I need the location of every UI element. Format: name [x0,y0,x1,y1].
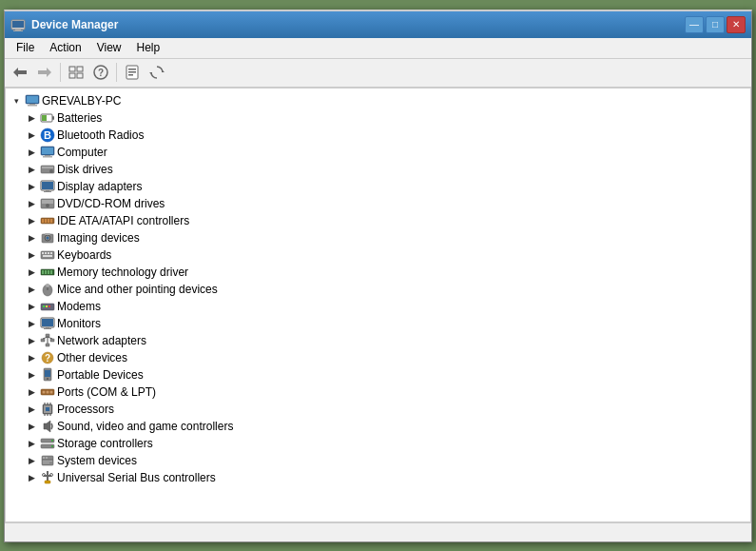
computer-icon [40,145,55,160]
svg-rect-26 [42,115,47,121]
close-button[interactable]: ✕ [727,16,746,33]
root-expand-arrow[interactable]: ▾ [10,94,23,108]
expand-arrow-disk[interactable]: ▶ [25,163,38,176]
expand-arrow-monitor[interactable]: ▶ [25,317,38,330]
window-title: Device Manager [31,18,118,31]
dvd-icon [40,196,55,211]
expand-arrow-bluetooth[interactable]: ▶ [25,128,38,142]
expand-arrow-system[interactable]: ▶ [25,454,38,467]
content-area[interactable]: ▾ GREVALBY-PC ▶ Batteries ▶ B Bluetooth … [5,88,751,522]
svg-rect-23 [28,105,37,107]
view-details-button[interactable] [65,61,87,84]
tree-item-usb[interactable]: ▶ Universal Serial Bus controllers [6,469,750,486]
tree-item-monitor[interactable]: ▶ Monitors [6,315,750,332]
tree-item-network[interactable]: ▶ Network adapters [6,332,750,349]
expand-arrow-portable[interactable]: ▶ [25,368,38,382]
tree-item-memory[interactable]: ▶ Memory technology driver [6,264,750,281]
expand-arrow-dvd[interactable]: ▶ [25,197,38,210]
svg-rect-61 [48,270,49,274]
menu-help[interactable]: Help [129,39,168,56]
svg-point-50 [47,236,49,239]
svg-rect-56 [50,252,52,254]
tree-item-other[interactable]: ▶ ? Other devices [6,349,750,366]
forward-icon [37,65,52,80]
tree-item-mouse[interactable]: ▶ Mice and other pointing devices [6,281,750,298]
item-label-mouse: Mice and other pointing devices [57,283,218,296]
item-label-network: Network adapters [57,334,146,347]
menu-file[interactable]: File [9,39,42,56]
svg-rect-46 [48,219,49,223]
root-label: GREVALBY-PC [42,94,121,108]
title-buttons: — □ ✕ [685,16,746,33]
svg-rect-8 [69,67,75,71]
svg-rect-51 [45,233,50,235]
expand-arrow-ports[interactable]: ▶ [25,385,38,399]
tree-item-storage[interactable]: ▶ Storage controllers [6,435,750,452]
expand-arrow-computer[interactable]: ▶ [25,146,38,159]
expand-arrow-keyboard[interactable]: ▶ [25,248,38,262]
help-button[interactable]: ? [89,61,112,84]
menu-view[interactable]: View [89,39,129,56]
expand-arrow-usb[interactable]: ▶ [25,471,38,484]
tree-item-imaging[interactable]: ▶ Imaging devices [6,229,750,246]
sound-icon [40,419,55,434]
tree-item-system[interactable]: ▶ System devices [6,452,750,469]
expand-arrow-sound[interactable]: ▶ [25,420,38,433]
svg-text:?: ? [45,353,50,364]
expand-arrow-network[interactable]: ▶ [25,334,38,347]
svg-rect-38 [46,190,49,191]
tree-item-ide[interactable]: ▶ IDE ATA/ATAPI controllers [6,212,750,229]
svg-rect-47 [50,219,52,223]
item-label-imaging: Imaging devices [57,231,140,245]
svg-rect-10 [69,73,75,78]
svg-text:B: B [44,129,51,141]
expand-arrow-imaging[interactable]: ▶ [25,231,38,245]
svg-rect-22 [29,104,35,105]
back-icon [12,65,28,80]
bluetooth-icon: B [40,128,55,143]
expand-arrow-battery[interactable]: ▶ [25,111,38,125]
tree-item-disk[interactable]: ▶ Disk drives [6,161,750,178]
tree-item-battery[interactable]: ▶ Batteries [6,109,750,127]
item-label-ports: Ports (COM & LPT) [57,385,156,399]
expand-arrow-ide[interactable]: ▶ [25,214,38,227]
tree-item-display[interactable]: ▶ Display adapters [6,178,750,195]
svg-point-65 [46,284,49,287]
expand-arrow-mouse[interactable]: ▶ [25,283,38,296]
svg-point-42 [46,204,49,207]
tree-root[interactable]: ▾ GREVALBY-PC [6,92,750,109]
svg-rect-72 [46,327,49,328]
item-label-sound: Sound, video and game controllers [57,420,233,433]
svg-rect-32 [43,156,52,158]
tree-item-processor[interactable]: ▶ Processors [6,401,750,418]
expand-arrow-memory[interactable]: ▶ [25,266,38,279]
separator-2 [116,63,117,82]
expand-arrow-display[interactable]: ▶ [25,180,38,193]
tree-item-sound[interactable]: ▶ Sound, video and game controllers [6,418,750,435]
maximize-button[interactable]: □ [706,16,725,33]
tree-item-portable[interactable]: ▶ Portable Devices [6,366,750,384]
svg-point-85 [47,378,48,380]
modem-icon [40,299,55,314]
expand-arrow-modem[interactable]: ▶ [25,300,38,313]
tree-item-keyboard[interactable]: ▶ Keyboards [6,246,750,264]
svg-line-78 [43,337,48,339]
svg-rect-39 [44,191,51,192]
forward-button[interactable] [33,61,56,84]
expand-arrow-other[interactable]: ▶ [25,351,38,364]
tree-item-ports[interactable]: ▶ Ports (COM & LPT) [6,384,750,401]
refresh-button[interactable] [145,61,168,84]
properties-button[interactable] [121,61,144,84]
menu-action[interactable]: Action [42,39,88,56]
tree-item-dvd[interactable]: ▶ DVD/CD-ROM drives [6,195,750,212]
svg-rect-55 [48,252,49,254]
expand-arrow-storage[interactable]: ▶ [25,437,38,450]
svg-rect-114 [45,481,50,483]
back-button[interactable] [9,61,31,84]
title-bar: Device Manager — □ ✕ [5,11,751,38]
tree-item-computer[interactable]: ▶ Computer [6,144,750,161]
expand-arrow-processor[interactable]: ▶ [25,403,38,416]
minimize-button[interactable]: — [685,16,704,33]
tree-item-modem[interactable]: ▶ Modems [6,298,750,315]
tree-item-bluetooth[interactable]: ▶ B Bluetooth Radios [6,127,750,144]
